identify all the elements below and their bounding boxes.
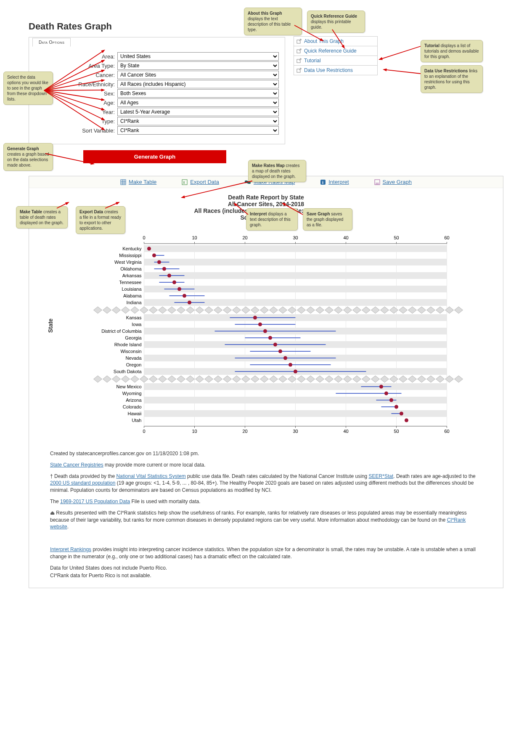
svg-text:x: x [183, 180, 185, 185]
svg-text:Alabama: Alabama [123, 293, 142, 298]
external-icon [296, 58, 302, 63]
svg-rect-4 [121, 180, 126, 185]
action-bar: Make Table x Export Data Make Rates Map … [29, 176, 503, 188]
svg-text:New Mexico: New Mexico [116, 384, 142, 389]
svg-text:Louisiana: Louisiana [122, 286, 142, 292]
external-icon [296, 48, 302, 53]
select-sort[interactable]: CI*Rank [117, 126, 279, 135]
svg-text:30: 30 [293, 235, 298, 240]
side-link-0[interactable]: About This Graph [294, 36, 378, 46]
interpret-link[interactable]: i Interpret [320, 179, 349, 185]
label-areatype: Area Type: [31, 63, 117, 69]
svg-rect-44 [144, 259, 447, 265]
select-cancer[interactable]: All Cancer Sites [117, 71, 279, 79]
svg-point-68 [188, 301, 191, 305]
svg-point-61 [177, 287, 181, 291]
side-link-1[interactable]: Quick Reference Guide [294, 46, 378, 56]
x-axis-title: CI*Rank [42, 223, 490, 230]
svg-text:Arkansas: Arkansas [122, 273, 142, 278]
svg-rect-37 [144, 245, 447, 252]
side-link-2[interactable]: Tutorial [294, 56, 378, 65]
export-icon: x [182, 179, 188, 185]
svg-point-118 [400, 412, 403, 416]
label-year: Year: [31, 109, 117, 115]
svg-text:Arizona: Arizona [126, 398, 142, 403]
svg-text:Oklahoma: Oklahoma [120, 266, 142, 271]
svg-text:0: 0 [143, 235, 145, 240]
svg-text:10: 10 [192, 429, 197, 434]
svg-point-50 [162, 267, 166, 271]
generate-graph-button[interactable]: Generate Graph [83, 150, 226, 163]
side-link-3[interactable]: Data Use Restrictions [294, 65, 378, 75]
svg-point-114 [394, 405, 398, 409]
svg-text:40: 40 [343, 429, 348, 434]
select-areatype[interactable]: By State [117, 61, 279, 70]
svg-text:20: 20 [242, 429, 247, 434]
select-area[interactable]: United States [117, 52, 279, 61]
svg-point-57 [172, 281, 176, 284]
svg-point-111 [389, 398, 393, 402]
select-year[interactable]: Latest 5-Year Average [117, 108, 279, 116]
svg-point-79 [263, 329, 267, 333]
data-options-panel: Data Options Area:United StatesArea Type… [29, 37, 285, 144]
label-sex: Sex: [31, 90, 117, 97]
label-race: Race/Ethnicity: [31, 81, 117, 88]
svg-text:Mississippi: Mississippi [119, 253, 141, 258]
external-icon [296, 68, 302, 73]
svg-text:10: 10 [192, 235, 197, 240]
svg-text:Wisconsin: Wisconsin [120, 349, 141, 354]
external-icon [296, 39, 302, 44]
select-age[interactable]: All Ages [117, 98, 279, 107]
make-table-link[interactable]: Make Table [120, 179, 156, 185]
state-registries-link[interactable]: State Cancer Registries [50, 462, 103, 468]
save-icon [374, 179, 380, 185]
svg-point-64 [183, 294, 186, 298]
svg-point-40 [147, 247, 151, 251]
svg-text:Rhode Island: Rhode Island [114, 342, 142, 347]
select-type[interactable]: CI*Rank [117, 117, 279, 125]
make-rates-map-link[interactable]: Make Rates Map [244, 179, 295, 185]
tab-data-options[interactable]: Data Options [32, 38, 71, 47]
svg-rect-101 [144, 383, 447, 390]
svg-point-121 [405, 419, 408, 422]
save-graph-link[interactable]: Save Graph [374, 179, 412, 185]
report-title: Death Rate Report by State All Cancer Si… [29, 194, 503, 221]
svg-text:Tennessee: Tennessee [119, 280, 141, 285]
svg-text:50: 50 [394, 429, 399, 434]
svg-point-93 [283, 356, 287, 360]
table-icon [120, 179, 126, 185]
svg-text:30: 30 [293, 429, 298, 434]
svg-text:50: 50 [394, 235, 399, 240]
svg-text:Iowa: Iowa [132, 322, 142, 327]
svg-text:0: 0 [143, 429, 145, 434]
svg-point-104 [379, 385, 383, 389]
label-area: Area: [31, 53, 117, 60]
svg-point-107 [384, 392, 388, 395]
svg-rect-108 [144, 397, 447, 403]
select-sex[interactable]: Both Sexes [117, 89, 279, 98]
y-axis-title: State [47, 318, 54, 332]
svg-point-100 [294, 370, 297, 374]
svg-text:Kentucky: Kentucky [122, 246, 142, 251]
map-icon [244, 180, 251, 185]
svg-point-89 [278, 350, 282, 353]
select-race[interactable]: All Races (includes Hispanic) [117, 80, 279, 88]
svg-text:Utah: Utah [132, 418, 141, 423]
svg-text:West Virginia: West Virginia [114, 260, 142, 265]
label-type: Type: [31, 118, 117, 125]
svg-rect-51 [144, 272, 447, 279]
svg-text:Oregon: Oregon [126, 362, 142, 367]
chart-area: CI*Rank State 0102030405060KentuckyMissi… [29, 223, 503, 446]
export-data-link[interactable]: x Export Data [182, 179, 219, 185]
svg-point-82 [268, 336, 272, 340]
svg-text:Nevada: Nevada [126, 355, 142, 361]
svg-text:i: i [322, 180, 323, 185]
svg-text:40: 40 [343, 235, 348, 240]
svg-text:District of Columbia: District of Columbia [101, 329, 142, 334]
svg-point-47 [157, 260, 161, 264]
svg-text:Kansas: Kansas [126, 315, 142, 320]
info-icon: i [320, 179, 326, 185]
svg-text:Georgia: Georgia [125, 335, 142, 340]
svg-text:South Dakota: South Dakota [114, 369, 142, 374]
svg-point-86 [273, 343, 277, 347]
